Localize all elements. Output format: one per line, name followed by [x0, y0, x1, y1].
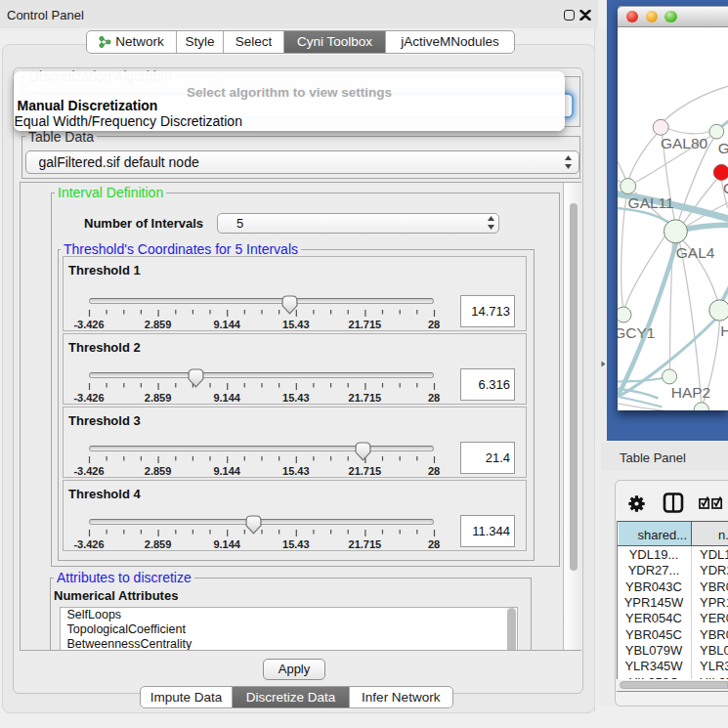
svg-text:HAP2: HAP2 [670, 384, 709, 401]
svg-text:GAL80: GAL80 [661, 134, 707, 150]
svg-text:GA: GA [717, 140, 728, 156]
svg-text:H: H [720, 322, 728, 339]
svg-text:GAL11: GAL11 [627, 193, 673, 210]
svg-text:GCY1: GCY1 [618, 323, 655, 340]
svg-text:GAL4: GAL4 [675, 243, 714, 260]
svg-text:C: C [723, 180, 728, 196]
